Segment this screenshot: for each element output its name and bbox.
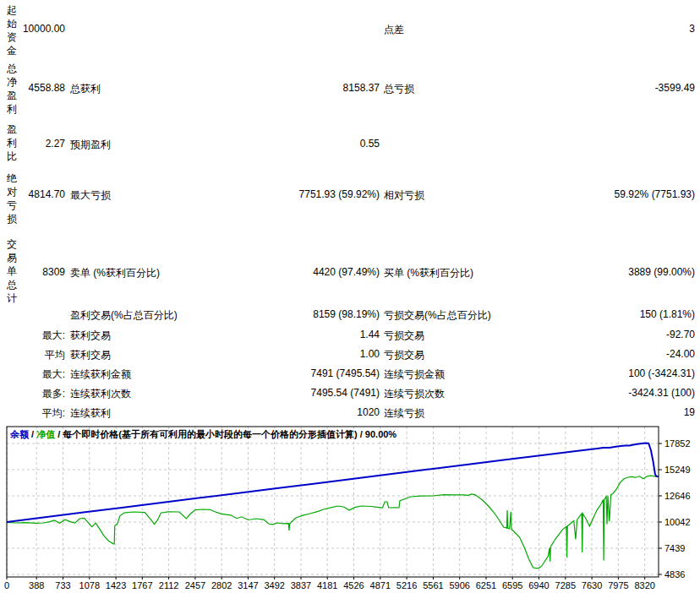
chart-border [7,427,659,577]
x-axis-label: 733 [55,580,70,590]
x-axis-label: 388 [29,580,44,590]
x-axis-label: 3147 [238,580,258,590]
y-axis-label: 15249 [664,465,691,475]
x-axis-label: 0 [4,580,9,590]
y-axis-label: 7439 [664,543,685,553]
balance-line [7,443,659,522]
balance-legend-label: 余额 [10,429,29,439]
x-axis-label: 2112 [159,580,179,590]
x-axis-label: 5216 [396,580,417,590]
strategy-tester-report: 起始资金 总净盈利 盈利比 绝对亏损 交易单总计 10000.00 点差 3 4… [0,0,700,593]
y-axis-label: 17852 [664,438,691,449]
x-axis-label: 4181 [317,580,337,590]
x-axis-label: 6595 [502,580,522,590]
x-axis-label: 2457 [185,580,205,590]
equity-chart: 4836743910042126461524917852038873310781… [0,0,700,593]
x-axis-label: 5561 [423,580,443,590]
x-axis-label: 1078 [79,580,100,590]
x-axis-label: 6940 [528,580,549,590]
legend-description: / 每个即时价格(基于所有可利用的最小时段的每一个价格的分形插值计算) / 90… [55,429,396,439]
x-axis-label: 7285 [555,580,576,590]
x-axis-label: 7630 [582,580,602,590]
y-axis-label: 4836 [664,569,685,579]
x-axis-label: 5906 [449,580,469,590]
x-axis-label: 1767 [132,580,152,590]
x-axis-label: 3492 [264,580,284,590]
x-axis-label: 2802 [211,580,232,590]
x-axis-label: 1423 [106,580,126,590]
x-axis-label: 7975 [608,580,628,590]
x-axis-label: 3837 [291,580,311,590]
x-axis-label: 8320 [634,580,654,590]
x-axis-label: 4871 [370,580,391,590]
y-axis-label: 12646 [664,491,691,501]
y-axis-label: 10042 [664,517,691,527]
legend-separator: / [29,429,36,439]
x-axis-label: 4526 [343,580,364,590]
x-axis-label: 6251 [476,580,496,590]
equity-legend-label: 净值 [36,429,55,439]
chart-legend: 余额 / 净值 / 每个即时价格(基于所有可利用的最小时段的每一个价格的分形插值… [10,428,396,441]
